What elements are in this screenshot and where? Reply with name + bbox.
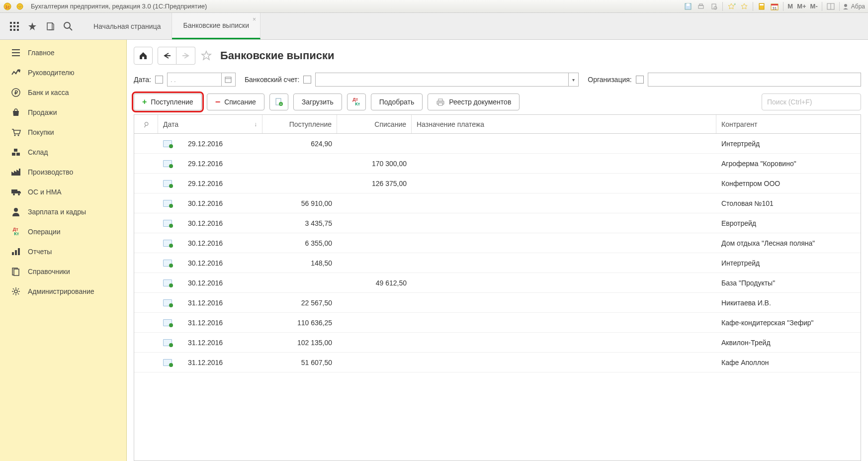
- cell-status-icon: [158, 193, 183, 213]
- table-row[interactable]: 29.12.2016126 375,00Конфетпром ООО: [134, 174, 861, 193]
- income-button[interactable]: + Поступление: [134, 93, 202, 110]
- dropdown-icon[interactable]: [14, 1, 26, 11]
- table-row[interactable]: 31.12.2016110 636,25Кафе-кондитерская "З…: [134, 313, 861, 333]
- col-header-counterparty[interactable]: Контрагент: [716, 115, 861, 133]
- svg-rect-13: [771, 4, 778, 5]
- panel-layout-icon[interactable]: [825, 1, 837, 11]
- svg-point-35: [14, 135, 16, 136]
- svg-line-58: [13, 293, 14, 294]
- pick-button[interactable]: Подобрать: [371, 93, 423, 110]
- sidebar-item-6[interactable]: Производство: [0, 162, 126, 182]
- date-filter-checkbox[interactable]: [155, 76, 163, 84]
- memory-m-plus[interactable]: M+: [795, 2, 807, 10]
- account-filter-checkbox[interactable]: [303, 76, 311, 84]
- favorite-page-icon[interactable]: [200, 50, 212, 62]
- table-row[interactable]: 30.12.201649 612,50База "Продукты": [134, 273, 861, 293]
- sidebar-item-11[interactable]: Справочники: [0, 262, 126, 281]
- cell-status-icon: [158, 333, 183, 352]
- cart-icon: [11, 127, 21, 137]
- account-filter-combo[interactable]: ▾: [315, 73, 579, 87]
- outcome-button[interactable]: − Списание: [207, 93, 264, 110]
- memory-m[interactable]: M: [786, 2, 794, 10]
- sidebar-item-8[interactable]: Зарплата и кадры: [0, 202, 126, 222]
- save-icon[interactable]: [682, 1, 694, 11]
- dtkt-button[interactable]: Дт Кт: [347, 93, 366, 110]
- cell-income: [262, 174, 337, 193]
- col-header-purpose[interactable]: Назначение платежа: [412, 115, 716, 133]
- date-picker-button[interactable]: [222, 73, 236, 87]
- table-row[interactable]: 31.12.201651 607,50Кафе Аполлон: [134, 353, 861, 372]
- registry-button[interactable]: Реестр документов: [428, 93, 520, 110]
- sidebar-item-0[interactable]: Главное: [0, 43, 126, 63]
- apps-grid-icon[interactable]: [9, 21, 20, 32]
- table-row[interactable]: 29.12.2016170 300,00Агроферма "Коровино": [134, 154, 861, 174]
- tab-close-icon[interactable]: ×: [253, 16, 256, 23]
- star-icon[interactable]: [27, 21, 38, 32]
- grid-body[interactable]: 29.12.2016624,90Интертрейд29.12.2016170 …: [134, 134, 861, 461]
- org-filter-combo[interactable]: [648, 73, 861, 87]
- svg-rect-61: [225, 77, 231, 83]
- sidebar-item-7[interactable]: ОС и НМА: [0, 182, 126, 202]
- sidebar-item-4[interactable]: Покупки: [0, 122, 126, 142]
- registry-button-label: Реестр документов: [449, 98, 511, 106]
- cell-outcome: [337, 313, 412, 332]
- sort-asc-icon: ↓: [254, 121, 257, 128]
- svg-rect-6: [699, 4, 702, 5]
- table-row[interactable]: 31.12.201622 567,50Никитаева И.В.: [134, 293, 861, 313]
- svg-point-2: [17, 3, 23, 9]
- col-header-income[interactable]: Поступление: [262, 115, 337, 133]
- pick-button-label: Подобрать: [379, 98, 415, 106]
- cell-attachment: [134, 154, 158, 173]
- svg-rect-23: [17, 25, 19, 27]
- calculator-icon[interactable]: [756, 1, 768, 11]
- document-posted-icon: [163, 140, 172, 147]
- col-header-attachment[interactable]: ⚲: [134, 115, 158, 133]
- svg-rect-68: [438, 103, 442, 105]
- sidebar-item-5[interactable]: Склад: [0, 142, 126, 162]
- search-icon[interactable]: [63, 21, 74, 32]
- table-row[interactable]: 30.12.20166 355,00Дом отдыха "Лесная пол…: [134, 233, 861, 253]
- tab-1[interactable]: Банковские выписки×: [172, 13, 260, 39]
- table-row[interactable]: 31.12.2016102 135,00Аквилон-Трейд: [134, 333, 861, 353]
- doc-preview-icon[interactable]: [708, 1, 720, 11]
- home-button[interactable]: [134, 47, 153, 65]
- table-row[interactable]: 29.12.2016624,90Интертрейд: [134, 134, 861, 154]
- sidebar-item-3[interactable]: Продажи: [0, 102, 126, 122]
- user-icon[interactable]: Абра: [842, 1, 865, 11]
- search-input[interactable]: Поиск (Ctrl+F): [762, 93, 861, 110]
- copy-doc-button[interactable]: +: [269, 93, 288, 110]
- document-posted-icon: [163, 200, 172, 207]
- document-posted-icon: [163, 180, 172, 187]
- tab-0[interactable]: Начальная страница: [83, 13, 172, 39]
- sidebar-item-9[interactable]: Дт КтОперации: [0, 222, 126, 242]
- sidebar-item-2[interactable]: ₽Банк и касса: [0, 83, 126, 102]
- favorite-icon[interactable]: [738, 1, 750, 11]
- history-icon[interactable]: [45, 21, 56, 32]
- table-row[interactable]: 30.12.2016148,50Интертрейд: [134, 253, 861, 273]
- sidebar-item-1[interactable]: Руководителю: [0, 63, 126, 83]
- cell-counterparty: Столовая №101: [716, 193, 861, 213]
- favorite-add-icon[interactable]: +: [725, 1, 737, 11]
- date-filter-input[interactable]: . .: [167, 73, 222, 87]
- svg-point-36: [18, 135, 19, 136]
- table-row[interactable]: 30.12.201656 910,00Столовая №101: [134, 193, 861, 213]
- cell-attachment: [134, 273, 158, 292]
- bag-icon: [11, 107, 21, 117]
- cell-status-icon: [158, 313, 183, 332]
- cell-outcome: 126 375,00: [337, 174, 412, 193]
- calendar-icon[interactable]: 31: [769, 1, 781, 11]
- print-icon[interactable]: [695, 1, 707, 11]
- col-header-date[interactable]: Дата ↓: [158, 115, 262, 133]
- table-row[interactable]: 30.12.20163 435,75Евротрейд: [134, 213, 861, 233]
- nav-forward-button[interactable]: [176, 47, 195, 65]
- ruble-icon: ₽: [11, 88, 21, 97]
- nav-back-button[interactable]: [158, 47, 176, 65]
- cell-purpose: [412, 313, 716, 332]
- load-button[interactable]: Загрузить: [293, 93, 342, 110]
- sidebar-item-10[interactable]: Отчеты: [0, 242, 126, 262]
- document-posted-icon: [163, 359, 172, 366]
- sidebar-item-12[interactable]: Администрирование: [0, 281, 126, 301]
- org-filter-checkbox[interactable]: [636, 76, 644, 84]
- col-header-outcome[interactable]: Списание: [337, 115, 412, 133]
- memory-m-minus[interactable]: M-: [809, 2, 819, 10]
